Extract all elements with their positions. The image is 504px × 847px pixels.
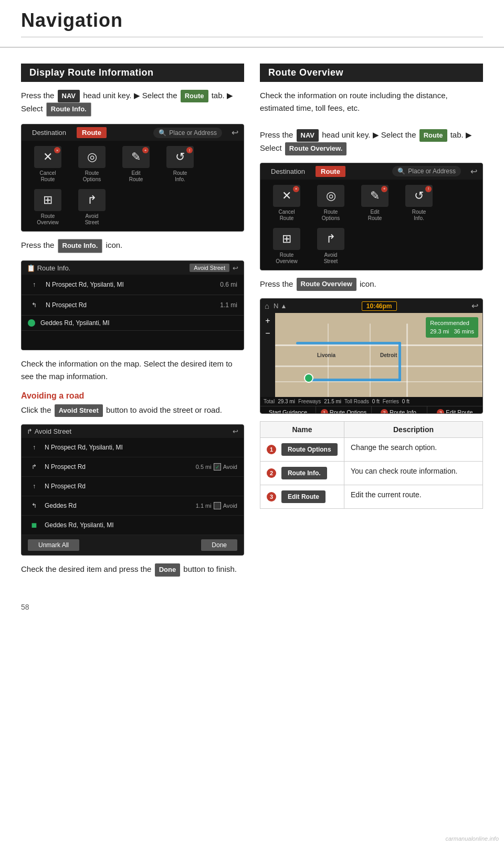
avoiding-road-title: Avoiding a road	[21, 391, 244, 401]
avoid-checkbox-4	[214, 502, 221, 509]
check-info-text: Check the information on the map. Select…	[21, 358, 244, 383]
routeinfo-back-btn: ↩	[233, 264, 238, 272]
screen1-tab-destination: Destination	[27, 127, 71, 138]
num-circle-2: 2	[267, 468, 276, 478]
map-topbar: ⌂ N ▲ 10:46pm ↩	[260, 299, 482, 313]
table-cell-edit-route-desc: Edit the current route.	[344, 485, 483, 509]
screen1-icon-avoid-street: ↱ AvoidStreet	[73, 189, 111, 226]
avoid-screen-icon: ↱	[27, 427, 33, 435]
avoid-dest-icon: ■	[28, 519, 40, 531]
map-bottom-btns: Start Guidance 1Route Options 2Route Inf…	[260, 406, 482, 414]
screen2-icon-avoid-street: ↱ AvoidStreet	[312, 228, 350, 265]
routeoverview-badge-press: Route Overview	[297, 278, 356, 291]
avoid-row-1: ↑ N Prospect Rd, Ypsilanti, MI	[22, 438, 244, 457]
table-row-3: 3 Edit Route Edit the current route.	[260, 485, 483, 509]
table-cell-route-info: 2 Route Info.	[260, 462, 344, 485]
routeinfo-badge-1: Route Info.	[46, 102, 91, 117]
table-row-2: 2 Route Info. You can check route inform…	[260, 462, 483, 485]
avoid-arrow-2: ↱	[28, 461, 40, 473]
press-routeoverview-text: Press the Route Overview icon.	[260, 278, 483, 291]
nav-badge-2: NAV	[297, 129, 319, 142]
badge-ind-info: !	[425, 186, 432, 192]
screen2-icons: ✕× CancelRoute ◎ RouteOptions ✎+ EditRou…	[260, 180, 482, 270]
routeinfo-row-dest: Geddes Rd, Ypsilanti, MI	[22, 316, 244, 331]
avoidstreet-badge: Avoid Street	[55, 404, 103, 417]
map-btn-route-options[interactable]: 1Route Options	[316, 406, 372, 414]
nav-icon: ▲	[280, 302, 287, 310]
zoom-out: −	[265, 329, 270, 338]
section-title-display-route: Display Route Information	[21, 64, 244, 82]
avoid-arrow-1: ↑	[28, 441, 40, 454]
screen2-icon-cancel-route: ✕× CancelRoute	[268, 185, 306, 222]
nav-badge-1: NAV	[58, 90, 80, 103]
table-cell-route-options-desc: Change the search option.	[344, 438, 483, 462]
table-header-desc: Description	[344, 422, 483, 438]
screen2-topbar: Destination Route 🔍 Place or Address ↩	[260, 163, 482, 180]
badge-indicator: ×	[54, 147, 60, 153]
page-title: Navigation	[21, 9, 123, 31]
search-icon-2: 🔍	[397, 168, 405, 175]
page-content: Display Route Information Press the NAV …	[0, 48, 504, 598]
search-icon: 🔍	[159, 129, 166, 137]
arrow-icon-1: ↑	[28, 278, 40, 291]
avoid-row-2: ↱ N Prospect Rd 0.5 mi ✓ Avoid	[22, 457, 244, 477]
map-label-detroit: Detroit	[380, 352, 397, 358]
table-cell-route-options: 1 Route Options	[260, 438, 344, 462]
route-info-btn: Route Info.	[281, 467, 327, 479]
table-cell-route-info-desc: You can check route information.	[344, 462, 483, 485]
map-footer-stats: Total 29.3 mi Freeways 21.5 mi Toll Road…	[260, 397, 482, 406]
badge-indicator-edit: +	[142, 147, 149, 153]
unmark-all-btn[interactable]: Unmark All	[28, 539, 79, 551]
avoid-row-4: ↰ Geddes Rd 1.1 mi Avoid	[22, 496, 244, 516]
screen-mock-1: Destination Route 🔍 Place or Address ↩ ✕…	[21, 124, 244, 232]
screen1-icon-edit-route: ✎+ EditRoute	[117, 146, 155, 183]
screen1-icon-route-options: ◎ RouteOptions	[73, 146, 111, 183]
routeinfo-badge-press: Route Info.	[58, 239, 103, 253]
avoiding-road-text: Click the Avoid Street button to avoid t…	[21, 404, 244, 417]
avoid-footer: Unmark All Done	[22, 535, 244, 555]
recommended-box: Recommended 29.3 mi 36 mins	[426, 317, 478, 338]
num-circle-3: 3	[267, 492, 276, 501]
page-number: 58	[21, 603, 29, 611]
screen1-icon-route-overview: ⊞ RouteOverview	[29, 189, 67, 226]
map-btn-edit-route[interactable]: 3Edit Route	[427, 406, 482, 414]
watermark: carmanualonline.info	[445, 835, 499, 842]
routeinfo-row-2: ↰ N Prospect Rd 1.1 mi	[22, 295, 244, 316]
screen2-back-btn: ↩	[470, 166, 477, 176]
description-table: Name Description 1 Route Options Change …	[260, 421, 483, 509]
map-btn-start-guidance[interactable]: Start Guidance	[260, 406, 316, 414]
avoid-back-btn: ↩	[233, 427, 238, 435]
map-body: + −	[260, 313, 482, 397]
avoid-screen: ↱ Avoid Street ↩ ↑ N Prospect Rd, Ypsila…	[21, 424, 244, 556]
routeinfo-topbar: 📋 Route Info. Avoid Street ↩	[22, 261, 244, 275]
section-title-route-overview: Route Overview	[260, 64, 483, 82]
avoid-street-btn: Avoid Street	[190, 264, 229, 272]
left-intro-text: Press the NAV head unit key. ▶ Select th…	[21, 89, 244, 117]
screen1-icons: ✕× CancelRoute ◎ RouteOptions ✎+ EditRou…	[22, 141, 244, 231]
badge-indicator-info: !	[186, 147, 193, 153]
screen1-search-bar: 🔍 Place or Address	[153, 128, 222, 138]
screen1-tab-route: Route	[77, 127, 107, 138]
home-icon: ⌂	[265, 301, 269, 310]
done-btn[interactable]: Done	[201, 539, 237, 551]
screen1-icon-route-info: ↺! RouteInfo.	[161, 146, 199, 183]
routeinfo-row-1: ↑ N Prospect Rd, Ypsilanti, MI 0.6 mi	[22, 275, 244, 295]
screen2-search-bar: 🔍 Place or Address	[392, 166, 461, 176]
zoom-in: +	[265, 316, 270, 326]
screen1-icon-cancel-route: ✕× CancelRoute	[29, 146, 67, 183]
table-cell-edit-route: 3 Edit Route	[260, 485, 344, 509]
screen2-tab-route: Route	[316, 166, 345, 177]
map-label-livonia: Livonia	[317, 352, 335, 358]
avoid-checkbox-2: ✓	[214, 463, 221, 470]
table-row-1: 1 Route Options Change the search option…	[260, 438, 483, 462]
avoid-row-3: ↑ N Prospect Rd	[22, 477, 244, 496]
check-done-text: Check the desired item and press the Don…	[21, 563, 244, 576]
table-header-name: Name	[260, 422, 344, 438]
map-btn-route-info[interactable]: 2Route Info.	[372, 406, 427, 414]
screen-mock-2: Destination Route 🔍 Place or Address ↩ ✕…	[260, 163, 483, 270]
map-back-btn: ↩	[471, 301, 478, 311]
num-circle-1: 1	[267, 445, 276, 454]
avoid-arrow-4: ↰	[28, 499, 40, 512]
map-time-badge: 10:46pm	[362, 301, 397, 311]
avoid-row-dest: ■ Geddes Rd, Ypsilanti, MI	[22, 516, 244, 535]
